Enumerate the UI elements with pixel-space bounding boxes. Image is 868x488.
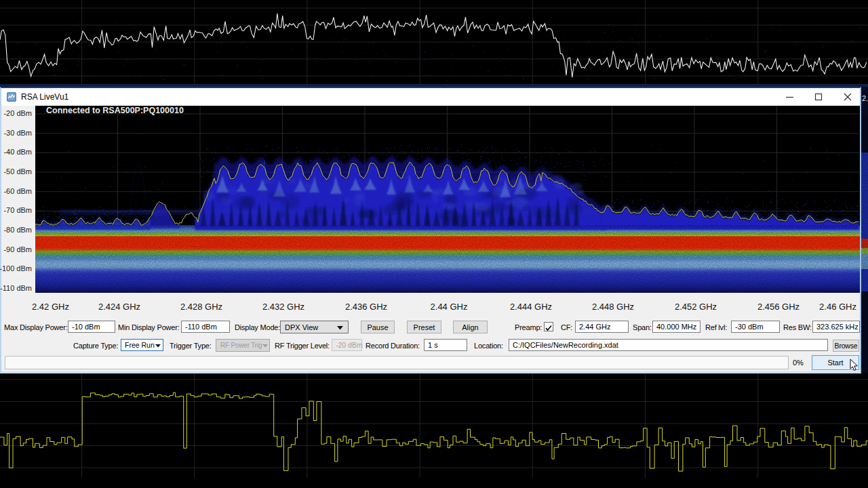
svg-text:Connected to RSA500P:PQ100010: Connected to RSA500P:PQ100010 <box>46 106 184 115</box>
svg-text:2.: 2. <box>862 94 868 102</box>
